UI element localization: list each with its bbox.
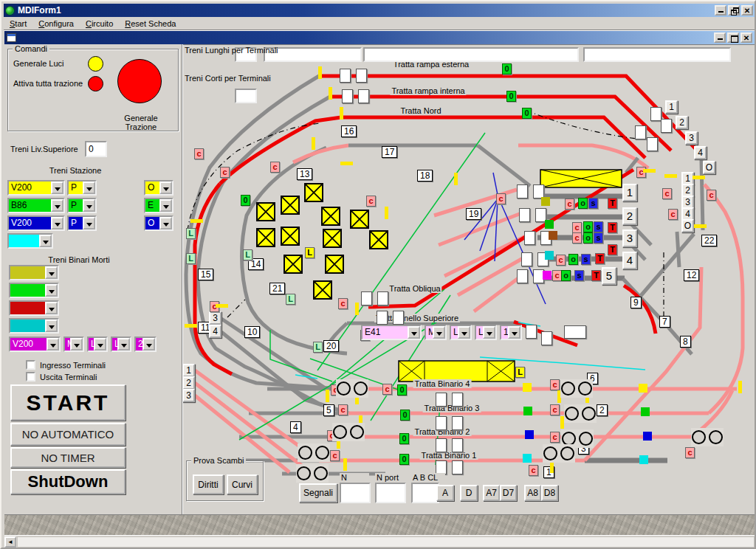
morti2-combo[interactable] [9, 283, 59, 298]
switch-indicator[interactable] [332, 423, 365, 441]
anello-m-combo[interactable]: M [425, 325, 447, 340]
chevron-down-icon[interactable] [45, 284, 58, 297]
chevron-down-icon[interactable] [45, 266, 58, 279]
contact-indicator[interactable]: c [550, 379, 560, 390]
magenta-l2-combo[interactable]: L [111, 336, 131, 352]
chevron-down-icon[interactable] [70, 338, 83, 351]
segnali-button[interactable]: Segnali [299, 483, 337, 503]
station-train3-p-combo[interactable]: P [67, 215, 97, 231]
diagram-text-input[interactable] [583, 47, 731, 62]
contact-indicator[interactable]: c [565, 198, 574, 210]
switch-indicator[interactable] [560, 379, 593, 398]
occupancy-box[interactable] [661, 119, 672, 133]
chevron-down-icon[interactable] [142, 338, 155, 351]
chevron-down-icon[interactable] [83, 182, 95, 194]
morti3-combo[interactable] [9, 300, 59, 316]
chevron-down-icon[interactable] [458, 326, 470, 339]
chevron-down-icon[interactable] [51, 217, 63, 229]
d7-button[interactable]: D7 [500, 485, 517, 501]
occupancy-box[interactable] [377, 311, 388, 325]
magenta-train-combo[interactable]: V200 [9, 336, 61, 352]
contact-indicator[interactable]: c [338, 298, 348, 309]
occupancy-box-wide[interactable] [564, 325, 586, 339]
contact-indicator[interactable]: c [556, 255, 566, 266]
occupancy-box[interactable] [519, 208, 530, 222]
chevron-down-icon[interactable] [51, 182, 63, 194]
d8-button[interactable]: D8 [541, 485, 558, 501]
track-select-button[interactable]: 3 [622, 229, 637, 247]
diagram-text-input[interactable] [264, 47, 362, 62]
contact-indicator[interactable]: c [529, 465, 538, 476]
track-select-button[interactable]: 2 [622, 207, 637, 225]
occupancy-box[interactable] [521, 252, 532, 266]
occupancy-box[interactable] [452, 416, 463, 430]
anello-l1-combo[interactable]: L [450, 325, 472, 340]
chevron-down-icon[interactable] [47, 338, 59, 351]
track-select-button[interactable]: 1 [665, 100, 678, 114]
track-select-button[interactable]: 3 [685, 131, 698, 145]
ingresso-terminali-checkbox[interactable] [26, 360, 35, 370]
morti4-combo[interactable] [9, 318, 59, 334]
chevron-down-icon[interactable] [508, 326, 520, 339]
track-select-button[interactable]: 2 [182, 376, 195, 390]
occupancy-box[interactable] [526, 325, 537, 339]
occupancy-box[interactable] [452, 460, 463, 474]
occupancy-box[interactable] [342, 89, 353, 103]
chevron-down-icon[interactable] [45, 320, 58, 332]
contact-indicator[interactable]: c [270, 162, 280, 173]
chevron-down-icon[interactable] [159, 217, 172, 229]
anello-n-combo[interactable]: 1 [500, 325, 522, 340]
track-select-button[interactable]: 4 [694, 146, 707, 159]
horizontal-scrollbar[interactable]: ◄ [4, 535, 755, 548]
generale-luci-light[interactable] [88, 56, 103, 72]
shutdown-button[interactable]: ShutDown [10, 469, 126, 494]
magenta-l1-combo[interactable]: L [87, 336, 108, 352]
occupancy-box[interactable] [517, 269, 528, 283]
chevron-down-icon[interactable] [94, 338, 106, 351]
a7-button[interactable]: A7 [483, 485, 500, 501]
contact-indicator[interactable]: c [707, 190, 716, 201]
occupancy-box[interactable] [647, 137, 658, 151]
contact-indicator[interactable]: c [550, 432, 560, 443]
contact-indicator[interactable]: c [685, 447, 695, 458]
track-select-button[interactable]: 4 [622, 252, 637, 269]
contact-indicator[interactable]: c [338, 404, 348, 415]
chevron-down-icon[interactable] [483, 326, 495, 339]
contact-indicator[interactable]: c [550, 404, 560, 415]
station-train2-p-combo[interactable]: P [67, 198, 97, 213]
track-select-button[interactable]: O [703, 161, 715, 174]
scrollbar-track[interactable] [17, 536, 755, 548]
n-input[interactable] [340, 483, 371, 503]
switch-indicator[interactable] [691, 428, 724, 446]
diagram-text-input[interactable] [235, 89, 257, 103]
attiva-trazione-light[interactable] [88, 76, 103, 92]
no-timer-button[interactable]: NO TIMER [10, 447, 126, 468]
chevron-down-icon[interactable] [51, 199, 63, 212]
diagram-text-input[interactable] [363, 47, 579, 62]
morti1-combo[interactable] [9, 265, 59, 280]
contact-indicator[interactable]: c [366, 196, 376, 207]
track-select-button[interactable]: 4 [209, 325, 221, 338]
nport-input[interactable] [375, 483, 406, 503]
station-train3-dir-combo[interactable]: O [144, 215, 173, 231]
occupancy-box[interactable] [452, 393, 463, 407]
occupancy-box[interactable] [436, 438, 447, 452]
diritti-button[interactable]: Diritti [193, 474, 224, 494]
track-select-button[interactable]: 5 [602, 267, 616, 285]
station-train3-combo[interactable]: V200 [7, 215, 65, 231]
occupancy-box[interactable] [358, 89, 369, 103]
contact-indicator[interactable]: c [194, 148, 204, 159]
chevron-down-icon[interactable] [45, 302, 58, 314]
station-train1-p-combo[interactable]: P [67, 180, 97, 196]
occupancy-box[interactable] [340, 69, 351, 83]
occupancy-box[interactable] [524, 231, 535, 245]
chevron-down-icon[interactable] [117, 338, 130, 351]
track-select-button[interactable]: 2 [676, 116, 688, 129]
contact-indicator[interactable]: c [572, 232, 582, 244]
occupancy-box[interactable] [436, 393, 447, 407]
contact-indicator[interactable]: c [330, 450, 340, 461]
occupancy-box[interactable] [541, 331, 552, 345]
chevron-down-icon[interactable] [159, 182, 172, 194]
chevron-down-icon[interactable] [39, 235, 52, 247]
occupancy-box[interactable] [635, 125, 646, 139]
